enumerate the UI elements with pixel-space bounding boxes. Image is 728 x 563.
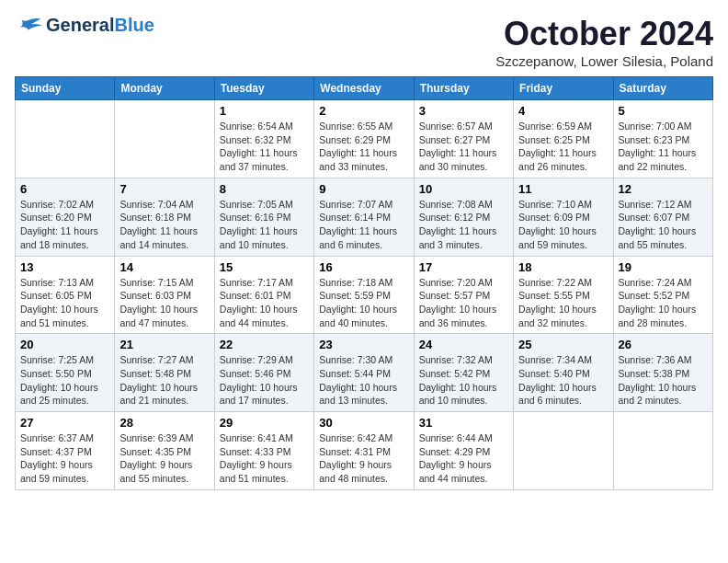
day-number: 3	[419, 104, 508, 118]
table-row: 29Sunrise: 6:41 AM Sunset: 4:33 PM Dayli…	[214, 412, 313, 490]
day-info: Sunrise: 7:25 AM Sunset: 5:50 PM Dayligh…	[20, 353, 109, 408]
day-number: 21	[119, 338, 209, 351]
day-number: 12	[619, 182, 708, 196]
table-row: 23Sunrise: 7:30 AM Sunset: 5:44 PM Dayli…	[314, 334, 414, 412]
day-number: 9	[319, 182, 408, 196]
day-info: Sunrise: 6:44 AM Sunset: 4:29 PM Dayligh…	[419, 431, 508, 486]
day-info: Sunrise: 7:02 AM Sunset: 6:20 PM Dayligh…	[20, 198, 109, 252]
calendar-header-row: Sunday Monday Tuesday Wednesday Thursday…	[16, 77, 713, 100]
day-info: Sunrise: 7:27 AM Sunset: 5:48 PM Dayligh…	[119, 353, 209, 408]
day-number: 23	[319, 338, 408, 351]
calendar-week-row: 1Sunrise: 6:54 AM Sunset: 6:32 PM Daylig…	[16, 100, 713, 178]
table-row: 10Sunrise: 7:08 AM Sunset: 6:12 PM Dayli…	[414, 178, 513, 256]
day-number: 7	[119, 182, 209, 196]
table-row: 8Sunrise: 7:05 AM Sunset: 6:16 PM Daylig…	[214, 178, 313, 256]
title-area: October 2024 Szczepanow, Lower Silesia, …	[495, 15, 713, 69]
table-row: 3Sunrise: 6:57 AM Sunset: 6:27 PM Daylig…	[414, 100, 513, 178]
table-row: 14Sunrise: 7:15 AM Sunset: 6:03 PM Dayli…	[115, 256, 214, 334]
day-number: 28	[119, 416, 209, 430]
day-number: 20	[20, 338, 109, 351]
day-number: 19	[619, 260, 708, 274]
table-row: 31Sunrise: 6:44 AM Sunset: 4:29 PM Dayli…	[414, 412, 513, 490]
table-row: 13Sunrise: 7:13 AM Sunset: 6:05 PM Dayli…	[16, 256, 115, 334]
location-subtitle: Szczepanow, Lower Silesia, Poland	[495, 53, 713, 69]
table-row: 27Sunrise: 6:37 AM Sunset: 4:37 PM Dayli…	[16, 412, 115, 490]
table-row: 7Sunrise: 7:04 AM Sunset: 6:18 PM Daylig…	[115, 178, 214, 256]
logo-bird-icon	[15, 17, 42, 34]
table-row: 20Sunrise: 7:25 AM Sunset: 5:50 PM Dayli…	[16, 334, 115, 412]
col-friday: Friday	[514, 77, 613, 100]
table-row: 2Sunrise: 6:55 AM Sunset: 6:29 PM Daylig…	[314, 100, 414, 178]
day-info: Sunrise: 7:00 AM Sunset: 6:23 PM Dayligh…	[619, 120, 708, 174]
day-info: Sunrise: 7:30 AM Sunset: 5:44 PM Dayligh…	[319, 353, 408, 408]
day-info: Sunrise: 7:36 AM Sunset: 5:38 PM Dayligh…	[619, 353, 708, 408]
day-number: 17	[419, 260, 508, 274]
calendar-week-row: 27Sunrise: 6:37 AM Sunset: 4:37 PM Dayli…	[16, 412, 713, 490]
calendar-week-row: 6Sunrise: 7:02 AM Sunset: 6:20 PM Daylig…	[16, 178, 713, 256]
day-number: 24	[419, 338, 508, 351]
month-title: October 2024	[495, 15, 713, 53]
logo-text: GeneralBlue	[46, 15, 154, 36]
day-info: Sunrise: 7:20 AM Sunset: 5:57 PM Dayligh…	[419, 276, 508, 330]
table-row: 4Sunrise: 6:59 AM Sunset: 6:25 PM Daylig…	[514, 100, 613, 178]
day-info: Sunrise: 7:05 AM Sunset: 6:16 PM Dayligh…	[220, 198, 309, 252]
day-info: Sunrise: 6:42 AM Sunset: 4:31 PM Dayligh…	[319, 431, 408, 486]
day-number: 11	[518, 182, 608, 196]
table-row	[613, 412, 712, 490]
day-info: Sunrise: 7:18 AM Sunset: 5:59 PM Dayligh…	[319, 276, 408, 330]
day-number: 27	[20, 416, 109, 430]
col-sunday: Sunday	[16, 77, 115, 100]
day-number: 31	[419, 416, 508, 430]
day-number: 1	[220, 104, 309, 118]
day-number: 16	[319, 260, 408, 274]
table-row: 21Sunrise: 7:27 AM Sunset: 5:48 PM Dayli…	[115, 334, 214, 412]
table-row: 25Sunrise: 7:34 AM Sunset: 5:40 PM Dayli…	[514, 334, 613, 412]
table-row: 26Sunrise: 7:36 AM Sunset: 5:38 PM Dayli…	[613, 334, 712, 412]
day-number: 25	[518, 338, 608, 351]
table-row: 11Sunrise: 7:10 AM Sunset: 6:09 PM Dayli…	[514, 178, 613, 256]
table-row: 6Sunrise: 7:02 AM Sunset: 6:20 PM Daylig…	[16, 178, 115, 256]
day-number: 26	[619, 338, 708, 351]
day-info: Sunrise: 7:10 AM Sunset: 6:09 PM Dayligh…	[518, 198, 608, 252]
day-number: 22	[220, 338, 309, 351]
day-info: Sunrise: 7:12 AM Sunset: 6:07 PM Dayligh…	[619, 198, 708, 252]
header: GeneralBlue October 2024 Szczepanow, Low…	[15, 15, 713, 69]
day-info: Sunrise: 6:57 AM Sunset: 6:27 PM Dayligh…	[419, 120, 508, 174]
calendar-week-row: 13Sunrise: 7:13 AM Sunset: 6:05 PM Dayli…	[16, 256, 713, 334]
table-row	[115, 100, 214, 178]
col-tuesday: Tuesday	[214, 77, 313, 100]
calendar-week-row: 20Sunrise: 7:25 AM Sunset: 5:50 PM Dayli…	[16, 334, 713, 412]
day-info: Sunrise: 7:24 AM Sunset: 5:52 PM Dayligh…	[619, 276, 708, 330]
calendar-table: Sunday Monday Tuesday Wednesday Thursday…	[15, 76, 713, 490]
day-number: 13	[20, 260, 109, 274]
day-number: 18	[518, 260, 608, 274]
day-info: Sunrise: 6:41 AM Sunset: 4:33 PM Dayligh…	[220, 431, 309, 486]
table-row: 15Sunrise: 7:17 AM Sunset: 6:01 PM Dayli…	[214, 256, 313, 334]
day-info: Sunrise: 6:37 AM Sunset: 4:37 PM Dayligh…	[20, 431, 109, 486]
day-info: Sunrise: 6:39 AM Sunset: 4:35 PM Dayligh…	[119, 431, 209, 486]
day-number: 29	[220, 416, 309, 430]
day-info: Sunrise: 7:15 AM Sunset: 6:03 PM Dayligh…	[119, 276, 209, 330]
day-number: 8	[220, 182, 309, 196]
day-number: 2	[319, 104, 408, 118]
day-number: 4	[518, 104, 608, 118]
day-number: 5	[619, 104, 708, 118]
day-number: 10	[419, 182, 508, 196]
col-saturday: Saturday	[613, 77, 712, 100]
day-info: Sunrise: 7:34 AM Sunset: 5:40 PM Dayligh…	[518, 353, 608, 408]
day-info: Sunrise: 7:32 AM Sunset: 5:42 PM Dayligh…	[419, 353, 508, 408]
table-row: 24Sunrise: 7:32 AM Sunset: 5:42 PM Dayli…	[414, 334, 513, 412]
day-info: Sunrise: 7:13 AM Sunset: 6:05 PM Dayligh…	[20, 276, 109, 330]
table-row: 16Sunrise: 7:18 AM Sunset: 5:59 PM Dayli…	[314, 256, 414, 334]
day-info: Sunrise: 7:07 AM Sunset: 6:14 PM Dayligh…	[319, 198, 408, 252]
table-row: 30Sunrise: 6:42 AM Sunset: 4:31 PM Dayli…	[314, 412, 414, 490]
table-row: 22Sunrise: 7:29 AM Sunset: 5:46 PM Dayli…	[214, 334, 313, 412]
table-row: 19Sunrise: 7:24 AM Sunset: 5:52 PM Dayli…	[613, 256, 712, 334]
table-row: 9Sunrise: 7:07 AM Sunset: 6:14 PM Daylig…	[314, 178, 414, 256]
table-row	[514, 412, 613, 490]
table-row: 28Sunrise: 6:39 AM Sunset: 4:35 PM Dayli…	[115, 412, 214, 490]
day-info: Sunrise: 6:55 AM Sunset: 6:29 PM Dayligh…	[319, 120, 408, 174]
day-info: Sunrise: 7:22 AM Sunset: 5:55 PM Dayligh…	[518, 276, 608, 330]
day-number: 30	[319, 416, 408, 430]
day-info: Sunrise: 7:08 AM Sunset: 6:12 PM Dayligh…	[419, 198, 508, 252]
